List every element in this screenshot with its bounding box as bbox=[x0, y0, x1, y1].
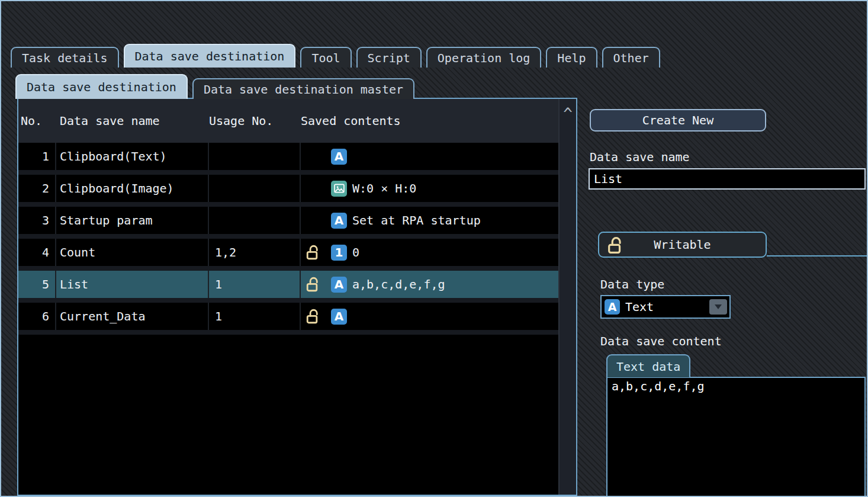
row-saved-contents: Aa,b,c,d,e,f,g bbox=[301, 271, 558, 298]
row-name: Count bbox=[56, 239, 209, 266]
data-save-table-panel: No. Data save name Usage No. Saved conte… bbox=[17, 98, 577, 496]
tab-help[interactable]: Help bbox=[546, 47, 597, 68]
table-row[interactable]: 6Current_Data1A bbox=[18, 303, 558, 335]
row-name: Startup param bbox=[56, 207, 209, 234]
table-body: 1Clipboard(Text)A2Clipboard(Image)W:0 × … bbox=[18, 143, 558, 335]
row-usage: 1,2 bbox=[209, 239, 301, 266]
data-type-dropdown[interactable]: A Text bbox=[600, 295, 731, 319]
row-content-text: 0 bbox=[352, 245, 359, 259]
writable-label: Writable bbox=[654, 238, 711, 252]
writable-group-line bbox=[767, 255, 868, 256]
data-save-name-input[interactable] bbox=[589, 168, 866, 190]
row-number: 3 bbox=[18, 207, 56, 234]
text-type-icon: A bbox=[331, 277, 347, 293]
col-header-no: No. bbox=[18, 114, 56, 128]
row-name: Current_Data bbox=[56, 303, 209, 330]
row-saved-contents: A bbox=[301, 143, 558, 170]
row-number: 4 bbox=[18, 239, 56, 266]
app-window: Task detailsData save destinationToolScr… bbox=[0, 0, 868, 497]
number-type-icon: 1 bbox=[331, 245, 347, 261]
row-saved-contents: ASet at RPA startup bbox=[301, 207, 558, 234]
table-header-row: No. Data save name Usage No. Saved conte… bbox=[18, 99, 576, 143]
row-usage bbox=[209, 207, 301, 234]
table-scrollbar[interactable]: ^ bbox=[558, 99, 576, 495]
unlock-icon bbox=[306, 243, 326, 261]
data-type-value: Text bbox=[625, 300, 654, 314]
row-name: List bbox=[56, 271, 209, 298]
text-type-icon: A bbox=[605, 299, 620, 315]
tab-text-data[interactable]: Text data bbox=[606, 354, 690, 377]
row-content-text: W:0 × H:0 bbox=[352, 181, 416, 195]
row-usage: 1 bbox=[209, 303, 301, 330]
data-save-name-label: Data save name bbox=[590, 150, 690, 164]
col-header-usage: Usage No. bbox=[209, 114, 301, 128]
row-name: Clipboard(Image) bbox=[56, 175, 209, 202]
subtab-data-save-destination-master[interactable]: Data save destination master bbox=[192, 78, 414, 99]
unlock-icon bbox=[306, 275, 326, 293]
table-row[interactable]: 1Clipboard(Text)A bbox=[18, 143, 558, 175]
main-tab-bar: Task detailsData save destinationToolScr… bbox=[11, 44, 660, 68]
text-type-icon: A bbox=[331, 309, 347, 325]
unlock-icon bbox=[607, 236, 626, 257]
row-saved-contents: A bbox=[301, 303, 558, 330]
tab-data-save-destination[interactable]: Data save destination bbox=[124, 44, 296, 68]
sub-tab-bar: Data save destinationData save destinati… bbox=[15, 74, 414, 99]
tab-script[interactable]: Script bbox=[356, 47, 422, 68]
col-header-contents: Saved contents bbox=[301, 114, 576, 128]
create-new-button[interactable]: Create New bbox=[590, 109, 766, 132]
col-header-name: Data save name bbox=[56, 114, 209, 128]
table-row[interactable]: 4Count1,210 bbox=[18, 239, 558, 271]
row-content-text: a,b,c,d,e,f,g bbox=[352, 277, 445, 291]
row-number: 2 bbox=[18, 175, 56, 202]
subtab-data-save-destination[interactable]: Data save destination bbox=[15, 74, 188, 99]
writable-toggle-button[interactable]: Writable bbox=[598, 232, 767, 258]
data-save-content-label: Data save content bbox=[600, 334, 722, 348]
row-name: Clipboard(Text) bbox=[56, 143, 209, 170]
text-type-icon: A bbox=[331, 149, 347, 165]
table-row[interactable]: 3Startup paramASet at RPA startup bbox=[18, 207, 558, 239]
row-number: 6 bbox=[18, 303, 56, 330]
dropdown-arrow-button[interactable] bbox=[709, 299, 727, 315]
tab-task-details[interactable]: Task details bbox=[11, 47, 119, 68]
table-row[interactable]: 2Clipboard(Image)W:0 × H:0 bbox=[18, 175, 558, 207]
row-saved-contents: 10 bbox=[301, 239, 558, 266]
row-number: 5 bbox=[18, 271, 56, 298]
text-type-icon: A bbox=[331, 213, 347, 229]
scroll-up-icon[interactable]: ^ bbox=[563, 106, 573, 121]
image-type-icon bbox=[331, 181, 347, 197]
tab-operation-log[interactable]: Operation log bbox=[426, 47, 542, 68]
row-content-text: Set at RPA startup bbox=[352, 213, 481, 227]
row-usage: 1 bbox=[209, 271, 301, 298]
data-type-label: Data type bbox=[600, 277, 664, 291]
row-saved-contents: W:0 × H:0 bbox=[301, 175, 558, 202]
table-row[interactable]: 5List1Aa,b,c,d,e,f,g bbox=[18, 271, 558, 303]
tab-other[interactable]: Other bbox=[602, 47, 660, 68]
row-usage bbox=[209, 143, 301, 170]
row-usage bbox=[209, 175, 301, 202]
unlock-icon bbox=[306, 307, 326, 325]
tab-tool[interactable]: Tool bbox=[300, 47, 351, 68]
row-number: 1 bbox=[18, 143, 56, 170]
text-data-input[interactable]: a,b,c,d,e,f,g bbox=[606, 377, 866, 497]
